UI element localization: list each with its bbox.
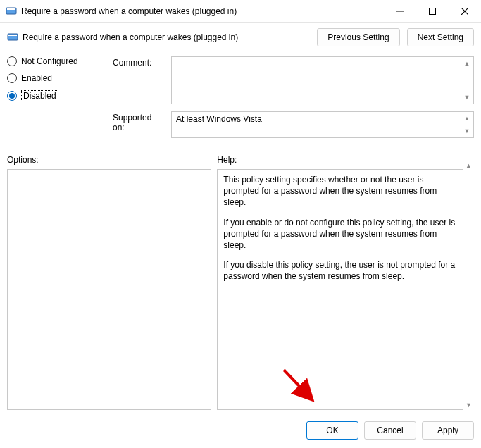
svg-rect-7: [8, 35, 17, 36]
cancel-button[interactable]: Cancel: [364, 421, 416, 440]
scroll-down-icon[interactable]: ▼: [466, 400, 472, 410]
radio-label: Not Configured: [21, 56, 78, 66]
radio-not-configured[interactable]: Not Configured: [7, 56, 99, 66]
scroll-down-icon[interactable]: ▼: [462, 92, 472, 102]
options-panel: [7, 169, 211, 410]
maximize-button[interactable]: [416, 0, 449, 23]
svg-rect-3: [430, 8, 436, 14]
close-button[interactable]: [449, 0, 481, 23]
supported-on-value: At least Windows Vista: [176, 114, 262, 124]
help-label: Help:: [217, 155, 463, 165]
comment-input[interactable]: ▲ ▼: [171, 56, 474, 104]
scroll-up-icon[interactable]: ▲: [462, 113, 472, 123]
window-title: Require a password when a computer wakes…: [21, 6, 384, 16]
policy-title: Require a password when a computer wakes…: [23, 32, 317, 42]
next-setting-button[interactable]: Next Setting: [407, 28, 474, 46]
help-text: This policy setting specifies whether or…: [223, 174, 457, 209]
app-icon: [6, 6, 17, 17]
comment-label: Comment:: [113, 56, 165, 104]
title-bar: Require a password when a computer wakes…: [0, 0, 481, 23]
scroll-down-icon[interactable]: ▼: [462, 126, 472, 136]
options-label: Options:: [7, 155, 211, 165]
policy-icon: [7, 32, 18, 43]
radio-icon: [7, 73, 17, 83]
radio-enabled[interactable]: Enabled: [7, 73, 99, 83]
supported-on-box: At least Windows Vista ▲ ▼: [171, 111, 474, 138]
help-panel: This policy setting specifies whether or…: [217, 169, 463, 410]
ok-button[interactable]: OK: [306, 421, 358, 440]
supported-on-label: Supported on:: [113, 111, 165, 138]
scroll-up-icon[interactable]: ▲: [466, 161, 472, 170]
help-text: If you enable or do not configure this p…: [223, 217, 457, 251]
radio-label: Disabled: [21, 90, 58, 101]
svg-rect-1: [7, 8, 15, 10]
previous-setting-button[interactable]: Previous Setting: [317, 28, 399, 46]
help-text: If you disable this policy setting, the …: [223, 259, 457, 282]
apply-button[interactable]: Apply: [422, 421, 474, 440]
radio-icon: [7, 56, 17, 66]
radio-icon: [7, 91, 17, 101]
scroll-up-icon[interactable]: ▲: [462, 58, 472, 68]
radio-label: Enabled: [21, 73, 52, 83]
radio-disabled[interactable]: Disabled: [7, 90, 99, 101]
minimize-button[interactable]: [384, 0, 416, 23]
